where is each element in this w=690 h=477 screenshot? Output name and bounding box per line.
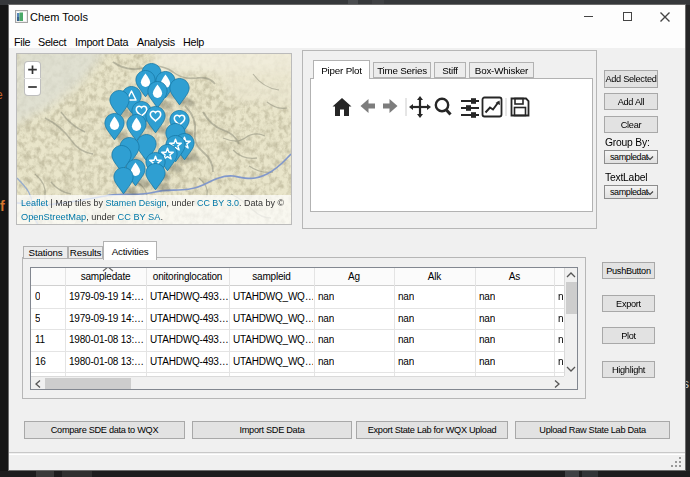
svg-text:Leaflet | Map tiles by Stamen: Leaflet | Map tiles by Stamen Design, un… bbox=[21, 197, 284, 208]
svg-text:OpenStreetMap, under CC BY SA.: OpenStreetMap, under CC BY SA. bbox=[21, 211, 163, 222]
